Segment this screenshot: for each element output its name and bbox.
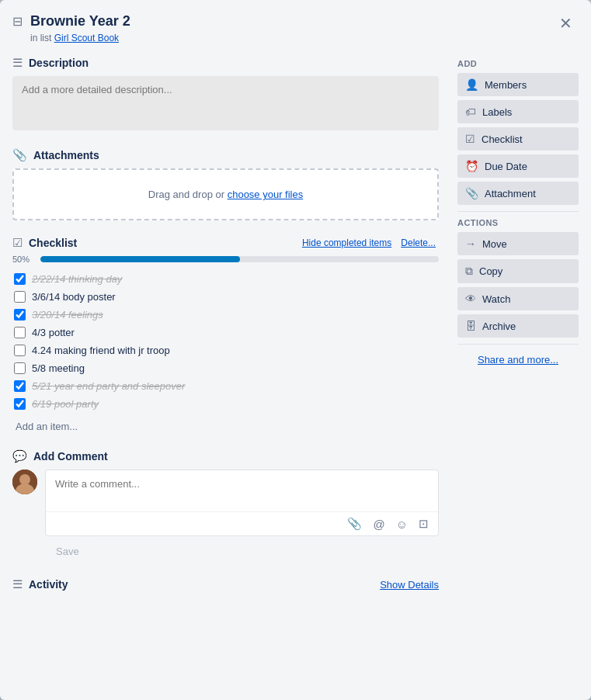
delete-checklist-button[interactable]: Delete...: [398, 236, 439, 250]
dropzone-text: Drag and drop or: [148, 189, 228, 200]
checklist-item: 3/6/14 body poster: [12, 288, 439, 306]
checklist-item-label: 4/3 potter: [32, 327, 437, 338]
hide-completed-button[interactable]: Hide completed items: [299, 236, 395, 250]
activity-title: Activity: [29, 578, 68, 591]
modal-body: ☰ Description 📎 Attachments Drag and dro…: [0, 50, 591, 700]
comment-format-btn[interactable]: ⊡: [415, 515, 432, 532]
share-link[interactable]: Share and more...: [457, 351, 579, 369]
attachment-icon: 📎: [12, 148, 27, 162]
activity-header: ☰ Activity Show Details: [12, 577, 439, 591]
close-button[interactable]: ✕: [553, 12, 579, 34]
add-item-link[interactable]: Add an item...: [12, 419, 81, 434]
attachments-title: Attachments: [33, 149, 99, 161]
checklist-section: ☑ Checklist Hide completed items Delete.…: [12, 236, 439, 434]
modal-title: Brownie Year 2: [30, 12, 553, 30]
checklist-item-label: 2/22/14 thinking day: [32, 273, 437, 285]
sidebar-divider: [457, 211, 579, 212]
checklist-header-row: ☑ Checklist Hide completed items Delete.…: [12, 236, 439, 250]
checklist-item: 6/19 pool party: [12, 395, 439, 413]
add-comment-title: Add Comment: [33, 450, 108, 463]
checklist-checkbox[interactable]: [14, 345, 26, 356]
save-button[interactable]: Save: [45, 541, 90, 562]
add-comment-section: 💬 Add Comment: [12, 449, 439, 562]
sidebar-archive-btn[interactable]: 🗄 Archive: [457, 314, 579, 338]
modal-header: ⊟ Brownie Year 2 in list Girl Scout Book…: [0, 0, 591, 50]
modal-header-content: Brownie Year 2 in list Girl Scout Book: [30, 12, 553, 43]
checklist-item: 4.24 making friend with jr troop: [12, 341, 439, 359]
checklist-title: Checklist: [29, 237, 77, 249]
activity-icon: ☰: [12, 577, 23, 591]
avatar-image: [12, 470, 37, 494]
attachment-add-label: Attachment: [485, 188, 536, 199]
comment-emoji-btn[interactable]: ☺: [393, 515, 411, 532]
add-comment-header: 💬 Add Comment: [12, 449, 439, 463]
checklist-item-label: 5/8 meeting: [32, 362, 437, 374]
progress-bar-fill: [40, 256, 240, 262]
comment-textarea[interactable]: [46, 470, 438, 509]
description-textarea[interactable]: [12, 76, 439, 130]
checklist-item-label: 5/21 year end party and sleepover: [32, 380, 437, 392]
checklist-checkbox[interactable]: [14, 398, 26, 410]
svg-point-1: [19, 474, 30, 485]
move-label: Move: [482, 238, 507, 250]
labels-icon: 🏷: [465, 106, 476, 118]
comment-box-wrapper: 📎 @ ☺ ⊡ Save: [45, 470, 439, 562]
comment-toolbar: 📎 @ ☺ ⊡: [46, 511, 438, 535]
copy-icon: ⧉: [465, 265, 473, 278]
avatar: [12, 470, 37, 494]
sidebar-copy-btn[interactable]: ⧉ Copy: [457, 259, 579, 283]
comment-icon: 💬: [12, 449, 27, 463]
copy-label: Copy: [479, 265, 502, 277]
checklist-item: 3/20/14 feelings: [12, 306, 439, 324]
sidebar: Add 👤 Members 🏷 Labels ☑ Checklist ⏰ Due…: [451, 56, 591, 694]
show-details-button[interactable]: Show Details: [380, 579, 439, 591]
description-icon: ☰: [12, 56, 23, 70]
sidebar-members-btn[interactable]: 👤 Members: [457, 73, 579, 96]
attachments-dropzone[interactable]: Drag and drop or choose your files: [12, 168, 439, 220]
description-header: ☰ Description: [12, 56, 439, 70]
main-content: ☰ Description 📎 Attachments Drag and dro…: [0, 56, 451, 694]
checklist-item-label: 6/19 pool party: [32, 398, 437, 410]
attachments-header: 📎 Attachments: [12, 148, 439, 162]
sidebar-labels-btn[interactable]: 🏷 Labels: [457, 100, 579, 123]
sidebar-watch-btn[interactable]: 👁 Watch: [457, 287, 579, 310]
checklist-checkbox[interactable]: [14, 362, 26, 374]
list-name-link[interactable]: Girl Scout Book: [54, 33, 119, 43]
checklist-checkbox[interactable]: [14, 309, 26, 321]
card-modal: ⊟ Brownie Year 2 in list Girl Scout Book…: [0, 0, 591, 700]
watch-label: Watch: [482, 293, 510, 305]
archive-label: Archive: [482, 321, 516, 332]
sidebar-move-btn[interactable]: → Move: [457, 232, 579, 255]
comment-area: 📎 @ ☺ ⊡ Save: [12, 470, 439, 562]
checklist-items: 2/22/14 thinking day3/6/14 body poster3/…: [12, 270, 439, 413]
checklist-item: 4/3 potter: [12, 324, 439, 341]
checklist-checkbox[interactable]: [14, 273, 26, 285]
labels-label: Labels: [482, 106, 512, 118]
checklist-actions: Hide completed items Delete...: [299, 236, 439, 250]
comment-box: 📎 @ ☺ ⊡: [45, 470, 439, 536]
progress-bar-container: 50%: [12, 255, 439, 264]
sidebar-attachment-btn[interactable]: 📎 Attachment: [457, 182, 579, 205]
archive-icon: 🗄: [465, 320, 476, 332]
due-date-icon: ⏰: [465, 160, 478, 172]
members-label: Members: [485, 79, 527, 91]
progress-label: 50%: [12, 255, 34, 264]
subtitle-prefix: in list: [30, 33, 51, 43]
sidebar-checklist-btn[interactable]: ☑ Checklist: [457, 127, 579, 151]
checklist-checkbox[interactable]: [14, 380, 26, 392]
description-title: Description: [29, 57, 89, 69]
choose-files-link[interactable]: choose your files: [228, 189, 304, 200]
comment-attachment-btn[interactable]: 📎: [344, 515, 365, 532]
checklist-checkbox[interactable]: [14, 291, 26, 303]
checklist-item: 2/22/14 thinking day: [12, 270, 439, 288]
checklist-add-icon: ☑: [465, 133, 475, 145]
checklist-item: 5/8 meeting: [12, 359, 439, 377]
comment-mention-btn[interactable]: @: [370, 515, 388, 532]
move-icon: →: [465, 237, 476, 250]
members-icon: 👤: [465, 78, 478, 91]
watch-icon: 👁: [465, 293, 476, 305]
progress-bar-bg: [40, 256, 439, 262]
checklist-item-label: 3/6/14 body poster: [32, 291, 437, 303]
checklist-checkbox[interactable]: [14, 327, 26, 338]
sidebar-due-date-btn[interactable]: ⏰ Due Date: [457, 154, 579, 178]
